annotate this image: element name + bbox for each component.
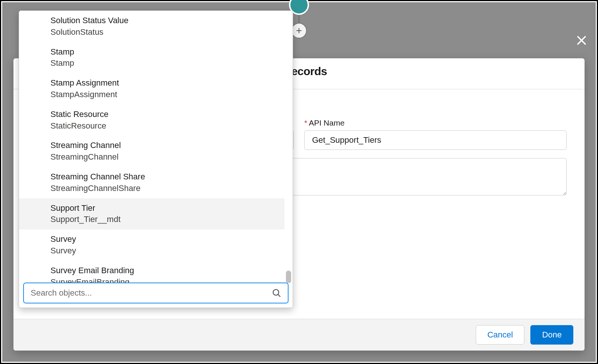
object-option[interactable]: Streaming Channel ShareStreamingChannelS… (19, 167, 284, 198)
object-list: Solution Status ValueSolutionStatusStamp… (19, 11, 293, 283)
object-option[interactable]: Streaming ChannelStreamingChannel (19, 136, 284, 167)
search-icon (271, 288, 282, 298)
object-option-api: Survey (50, 245, 278, 257)
object-option-api: SolutionStatus (50, 27, 278, 38)
object-option[interactable]: SurveySurvey (19, 229, 284, 261)
object-option-label: Stamp Assignment (50, 77, 278, 89)
plus-icon: + (296, 25, 302, 36)
done-button[interactable]: Done (530, 325, 573, 345)
search-field-container (24, 283, 288, 303)
scrollbar-track (286, 13, 291, 281)
object-option-api: Support_Tier__mdt (50, 214, 278, 225)
add-element-button[interactable]: + (291, 23, 307, 38)
window-frame: + et Records es. *Label *API Na (0, 0, 598, 364)
object-option-label: Static Resource (50, 109, 278, 120)
object-option[interactable]: Stamp AssignmentStampAssignment (19, 73, 284, 105)
object-option[interactable]: StampStamp (19, 42, 284, 74)
object-search-input[interactable] (24, 283, 271, 303)
object-option-label: Stamp (50, 46, 278, 58)
cancel-button[interactable]: Cancel (476, 325, 524, 345)
object-option-api: StaticResource (50, 120, 278, 132)
object-option-api: Stamp (50, 58, 278, 69)
search-wrap (19, 283, 293, 308)
object-option-label: Streaming Channel Share (50, 171, 278, 183)
object-option-label: Streaming Channel (50, 140, 278, 151)
object-option[interactable]: Solution Status ValueSolutionStatus (19, 11, 284, 42)
object-picker-panel: Solution Status ValueSolutionStatusStamp… (19, 10, 293, 308)
object-option-api: StreamingChannel (50, 151, 278, 163)
svg-line-3 (278, 294, 280, 297)
object-option[interactable]: Support TierSupport_Tier__mdt (19, 198, 284, 230)
object-option[interactable]: Survey Email BrandingSurveyEmailBranding (19, 261, 284, 283)
close-icon (575, 34, 588, 47)
flow-canvas-overlay: + et Records es. *Label *API Na (2, 2, 596, 362)
object-option-api: StreamingChannelShare (50, 183, 278, 194)
object-option-api: SurveyEmailBranding (50, 277, 278, 283)
object-option-label: Support Tier (50, 203, 278, 214)
object-option-label: Survey (50, 234, 278, 245)
scrollbar-thumb[interactable] (286, 271, 291, 283)
api-name-field-label: *API Name (304, 118, 567, 127)
object-option-label: Solution Status Value (50, 15, 278, 27)
modal-footer: Cancel Done (13, 319, 585, 351)
object-option[interactable]: Static ResourceStaticResource (19, 105, 284, 136)
api-name-input[interactable] (304, 130, 567, 150)
object-option-label: Survey Email Branding (50, 265, 278, 277)
close-button[interactable] (574, 33, 589, 48)
object-option-api: StampAssignment (50, 89, 278, 101)
